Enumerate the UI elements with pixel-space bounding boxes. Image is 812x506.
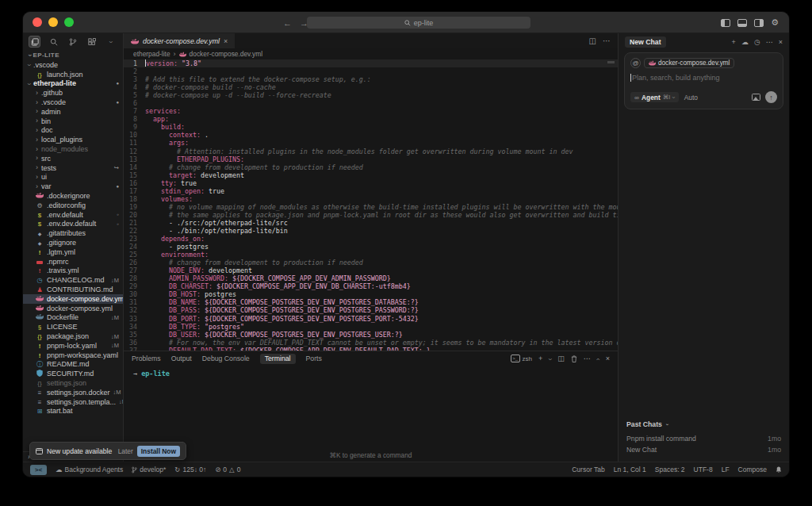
code-line-32[interactable]: 32 DB_PASS: ${DOCKER_COMPOSE_POSTGRES_DE… [124,306,618,314]
update-later-button[interactable]: Later [118,447,133,455]
tree-folder-local-plugins[interactable]: ›local_plugins [23,135,123,144]
code-line-36[interactable]: 36 # For now, the env var DEFAULT_PAD_TE… [124,339,618,347]
status-cursor-tab[interactable]: Cursor Tab [572,466,604,473]
status-ln-1-col-1[interactable]: Ln 1, Col 1 [614,466,646,473]
tree-file--gitattributes[interactable]: ◆.gitattributes [23,228,123,238]
maximize-panel-icon[interactable]: › [594,358,601,360]
split-editor-icon[interactable]: ◫ [589,36,596,45]
status-utf-8[interactable]: UTF-8 [694,466,713,473]
tree-file--env-default[interactable]: $.env.default◦ [23,210,123,220]
code-line-21[interactable]: 21 - ./src:/opt/etherpad-lite/src [124,219,618,227]
code-line-30[interactable]: 30 DB_HOST: postgres [124,290,618,298]
panel-tab-debug-console[interactable]: Debug Console [202,355,250,362]
past-chat-item[interactable]: New Chat1mo [626,444,781,455]
tree-folder-node-modules[interactable]: ›node_modules [23,144,123,154]
workspace-root-header[interactable]: › EP-LITE [23,50,123,60]
model-selector[interactable]: Auto [684,94,698,102]
code-editor[interactable]: 1version: "3.8"23# Add this file to exte… [124,59,618,351]
context-file-chip[interactable]: docker-compose.dev.yml [644,58,734,68]
extensions-icon[interactable] [86,36,98,48]
tree-file-security-md[interactable]: SECURITY.md [23,369,123,378]
cloud-icon[interactable]: ☁ [741,38,749,46]
settings-gear-icon[interactable]: ⚙ [771,18,779,27]
panel-tab-terminal[interactable]: Terminal [260,354,296,364]
code-line-5[interactable]: 5# docker-compose up -d --build --force-… [124,91,618,99]
tab-close-icon[interactable]: × [224,37,228,45]
tree-file-pnpm-workspace-yaml[interactable]: !pnpm-workspace.yaml [23,351,123,360]
update-install-button[interactable]: Install Now [137,446,180,457]
source-control-icon[interactable] [67,36,79,48]
search-view-icon[interactable] [48,36,59,48]
code-line-7[interactable]: 7services: [124,107,618,115]
tree-file-settings-json-docker[interactable]: ≡settings.json.docker↓M [23,388,123,397]
new-chat-plus-icon[interactable]: + [732,38,736,46]
tree-folder-var[interactable]: ›var● [23,182,123,191]
code-line-24[interactable]: 24 - postgres [124,243,618,251]
code-line-17[interactable]: 17 stdin_open: true [124,187,618,195]
notifications-bell-icon[interactable] [776,466,782,473]
tree-file-license[interactable]: §LICENSE [23,322,123,332]
tree-folder--vscode[interactable]: ›.vscode [23,60,123,70]
past-chats-header[interactable]: Past Chats › [626,420,781,428]
tree-file-settings-json[interactable]: {}settings.json [23,378,123,388]
tree-file--env-dev-default[interactable]: $.env.dev.default◦ [23,220,123,229]
tree-file-package-json[interactable]: {}package.json↓M [23,332,123,341]
background-agents-item[interactable]: ☁ Background Agents [56,466,123,473]
add-context-button[interactable]: @ [630,58,641,68]
tree-file-start-bat[interactable]: ⊞start.bat [23,406,123,416]
toggle-right-sidebar-icon[interactable] [754,19,764,27]
toggle-left-sidebar-icon[interactable] [721,19,730,27]
code-line-2[interactable]: 2 [124,67,618,75]
tree-file-docker-compose-yml[interactable]: docker-compose.yml [23,304,123,313]
tree-file-contributing-md[interactable]: ♟CONTRIBUTING.md [23,285,123,294]
sync-changes-item[interactable]: ↻ 125↓ 0↑ [174,466,206,473]
past-chat-item[interactable]: Pnpm install command1mo [626,433,781,444]
code-line-15[interactable]: 15 target: development [124,171,618,179]
code-line-31[interactable]: 31 DB_NAME: ${DOCKER_COMPOSE_POSTGRES_DE… [124,298,618,306]
tree-file-readme-md[interactable]: ⓘREADME.md [23,360,123,370]
nav-back-icon[interactable]: ← [283,18,292,28]
breadcrumb[interactable]: etherpad-lite › docker-compose.dev.yml [124,48,618,59]
code-line-29[interactable]: 29 DB_CHARSET: ${DOCKER_COMPOSE_APP_DEV_… [124,282,618,290]
terminal-output[interactable]: →ep-lite [124,366,618,381]
tree-file--dockerignore[interactable]: .dockerignore [23,191,123,201]
panel-tab-output[interactable]: Output [171,355,192,362]
chat-input[interactable]: Plan, search, build anything [630,74,777,82]
code-line-27[interactable]: 27 NODE_ENV: development [124,266,618,274]
chat-close-icon[interactable]: × [779,38,783,46]
code-line-3[interactable]: 3# Add this file to extend the docker-co… [124,75,618,83]
code-line-11[interactable]: 11 args: [124,139,618,147]
tree-file-launch-json[interactable]: {}launch.json [23,70,123,79]
tree-folder-tests[interactable]: ›tests↪ [23,163,123,173]
code-line-8[interactable]: 8 app: [124,115,618,123]
problems-item[interactable]: ⊘ 0 △ 0 [215,466,240,473]
tree-folder-bin[interactable]: ›bin [23,117,123,126]
git-branch-item[interactable]: develop* [132,466,166,473]
tree-folder-ui[interactable]: ›ui [23,173,123,182]
code-line-22[interactable]: 22 - ./bin:/opt/etherpad-lite/bin [124,227,618,235]
chat-input-card[interactable]: @ docker-compose.dev.yml Plan, search, b… [624,52,783,109]
breadcrumb-folder[interactable]: etherpad-lite [133,50,170,58]
code-line-13[interactable]: 13 ETHERPAD_PLUGINS: [124,155,618,163]
terminal-instance-zsh[interactable]: >_zsh [511,355,532,362]
code-line-20[interactable]: 20 # the same applies to package.json an… [124,211,618,219]
chat-more-icon[interactable]: ⋯ [766,38,773,46]
toggle-panel-icon[interactable] [737,19,747,27]
tree-file--lgtm-yml[interactable]: !.lgtm.yml [23,247,123,257]
code-line-33[interactable]: 33 DB_PORT: ${DOCKER_COMPOSE_POSTGRES_DE… [124,315,618,323]
code-line-10[interactable]: 10 context: . [124,131,618,139]
code-line-35[interactable]: 35 DB_USER: ${DOCKER_COMPOSE_POSTGRES_DE… [124,331,618,339]
explorer-icon[interactable] [29,36,40,48]
panel-tab-ports[interactable]: Ports [306,355,322,362]
tree-file-pnpm-lock-yaml[interactable]: !pnpm-lock.yaml↓M [23,341,123,351]
tree-folder--github[interactable]: ›.github [23,88,123,98]
status-spaces-2[interactable]: Spaces: 2 [655,466,685,473]
tree-file--gitignore[interactable]: ◆.gitignore [23,238,123,247]
status-compose[interactable]: Compose [738,466,767,473]
tree-file--editorconfig[interactable]: ⚙.editorconfig [23,201,123,210]
panel-tab-problems[interactable]: Problems [132,355,161,362]
minimize-window-button[interactable] [48,17,58,27]
close-panel-icon[interactable]: × [606,355,610,362]
code-line-23[interactable]: 23 depends_on: [124,235,618,243]
tree-file-dockerfile[interactable]: Dockerfile↓M [23,313,123,323]
